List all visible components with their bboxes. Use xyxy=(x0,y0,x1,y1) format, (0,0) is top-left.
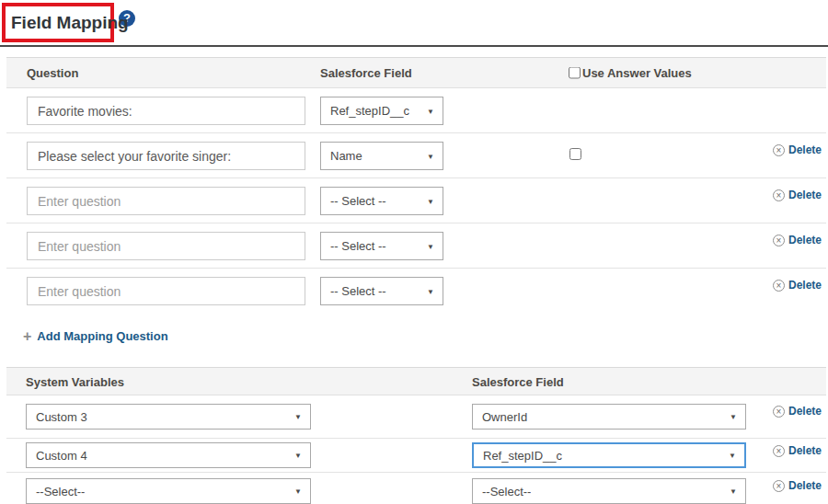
question-row: Ref_stepID__c ▼ xyxy=(6,88,826,133)
chevron-down-icon: ▼ xyxy=(730,487,737,496)
select-value: Ref_stepID__c xyxy=(474,449,562,463)
add-mapping-question-button[interactable]: + Add Mapping Question xyxy=(23,329,168,343)
salesforce-field-select[interactable]: OwnerId ▼ xyxy=(472,404,746,430)
select-value: Name xyxy=(321,149,362,163)
question-input[interactable] xyxy=(27,187,305,215)
page-title: Field Mapping xyxy=(6,13,129,33)
select-value: -- Select -- xyxy=(321,239,386,253)
add-mapping-question-label: Add Mapping Question xyxy=(37,329,167,343)
system-variables-table: System Variables Salesforce Field Custom… xyxy=(6,367,826,504)
question-input[interactable] xyxy=(27,277,305,305)
delete-circle-icon: × xyxy=(773,445,785,457)
system-row: --Select-- ▼ --Select-- ▼ × Delete xyxy=(6,473,826,504)
system-row: Custom 4 ▼ Ref_stepID__c ▼ × Delete xyxy=(6,439,826,473)
system-variable-select[interactable]: --Select-- ▼ xyxy=(26,478,311,504)
system-row: Custom 3 ▼ OwnerId ▼ × Delete xyxy=(6,395,826,439)
chevron-down-icon: ▼ xyxy=(730,413,737,421)
question-column-header: Question xyxy=(27,66,78,80)
system-variables-column-header: System Variables xyxy=(26,374,124,388)
delete-label: Delete xyxy=(788,143,822,156)
salesforce-field-select[interactable]: --Select-- ▼ xyxy=(472,478,746,504)
use-answer-values-checkbox[interactable] xyxy=(569,148,581,160)
use-answer-values-header-checkbox[interactable] xyxy=(569,67,581,79)
select-value: -- Select -- xyxy=(321,194,386,208)
delete-button[interactable]: × Delete xyxy=(773,279,822,292)
chevron-down-icon: ▼ xyxy=(729,452,736,460)
chevron-down-icon: ▼ xyxy=(294,487,302,496)
delete-button[interactable]: × Delete xyxy=(773,143,822,156)
question-row: -- Select -- ▼ × Delete xyxy=(6,223,826,269)
field-mapping-page: Field Mapping ? Question Salesforce Fiel… xyxy=(0,0,828,504)
delete-label: Delete xyxy=(788,189,822,201)
delete-label: Delete xyxy=(788,234,822,246)
system-variable-select[interactable]: Custom 3 ▼ xyxy=(26,404,311,430)
select-value: Custom 4 xyxy=(27,449,87,463)
delete-circle-icon: × xyxy=(773,280,785,292)
question-input[interactable] xyxy=(27,142,305,170)
chevron-down-icon: ▼ xyxy=(294,452,302,460)
use-answer-values-label: Use Answer Values xyxy=(582,66,692,80)
salesforce-field-select[interactable]: Name ▼ xyxy=(320,142,443,170)
delete-label: Delete xyxy=(788,479,822,492)
chevron-down-icon: ▼ xyxy=(427,107,434,115)
select-value: Custom 3 xyxy=(27,410,87,424)
salesforce-field-column-header: Salesforce Field xyxy=(320,66,412,80)
delete-label: Delete xyxy=(788,444,822,457)
delete-circle-icon: × xyxy=(773,189,785,201)
salesforce-field-select[interactable]: -- Select -- ▼ xyxy=(320,187,443,215)
delete-button[interactable]: × Delete xyxy=(773,444,822,457)
salesforce-field-select[interactable]: -- Select -- ▼ xyxy=(320,232,443,260)
chevron-down-icon: ▼ xyxy=(427,197,434,205)
system-table-header: System Variables Salesforce Field xyxy=(6,367,826,395)
system-variable-select[interactable]: Custom 4 ▼ xyxy=(26,442,311,468)
delete-button[interactable]: × Delete xyxy=(773,479,822,492)
select-value: OwnerId xyxy=(473,410,527,424)
chevron-down-icon: ▼ xyxy=(427,242,434,250)
salesforce-field-column-header: Salesforce Field xyxy=(472,374,564,388)
question-input[interactable] xyxy=(27,97,305,125)
question-row: -- Select -- ▼ × Delete xyxy=(6,178,826,223)
salesforce-field-select[interactable]: Ref_stepID__c ▼ xyxy=(320,97,443,125)
question-table-header: Question Salesforce Field Use Answer Val… xyxy=(6,57,826,88)
delete-label: Delete xyxy=(788,279,822,292)
chevron-down-icon: ▼ xyxy=(427,287,434,295)
delete-button[interactable]: × Delete xyxy=(773,234,822,246)
select-value: Ref_stepID__c xyxy=(321,104,409,118)
title-divider xyxy=(0,45,828,47)
question-mapping-table: Question Salesforce Field Use Answer Val… xyxy=(6,57,826,314)
delete-circle-icon: × xyxy=(773,480,785,492)
salesforce-field-select[interactable]: -- Select -- ▼ xyxy=(320,277,443,305)
delete-button[interactable]: × Delete xyxy=(773,189,822,201)
plus-icon: + xyxy=(23,330,31,343)
select-value: --Select-- xyxy=(473,485,531,498)
select-value: -- Select -- xyxy=(321,284,386,298)
use-answer-values-header: Use Answer Values xyxy=(569,66,692,80)
question-row: Name ▼ × Delete xyxy=(6,133,826,178)
delete-circle-icon: × xyxy=(773,235,785,246)
select-value: --Select-- xyxy=(27,485,85,498)
salesforce-field-select-focused[interactable]: Ref_stepID__c ▼ xyxy=(472,442,746,468)
chevron-down-icon: ▼ xyxy=(294,413,302,421)
delete-label: Delete xyxy=(788,405,822,418)
question-input[interactable] xyxy=(27,232,305,260)
delete-circle-icon: × xyxy=(773,406,785,418)
delete-circle-icon: × xyxy=(773,144,785,156)
red-annotation-box: Field Mapping xyxy=(2,3,114,42)
chevron-down-icon: ▼ xyxy=(427,152,434,160)
delete-button[interactable]: × Delete xyxy=(773,405,822,418)
question-row: -- Select -- ▼ × Delete xyxy=(6,269,826,314)
